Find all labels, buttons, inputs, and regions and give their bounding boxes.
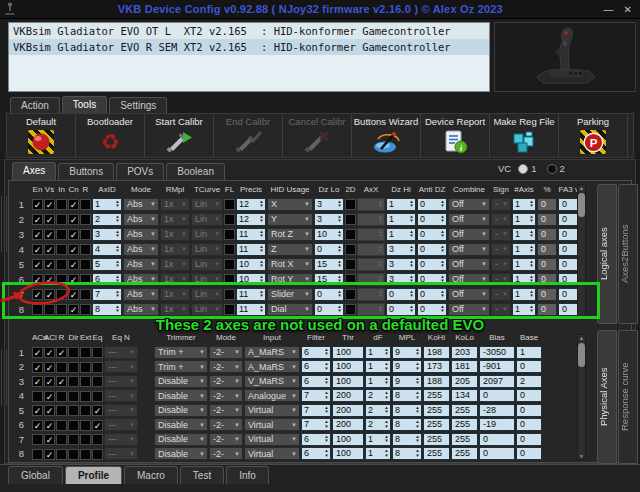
dz-lo-spinner[interactable]: 0▲▼ (314, 288, 344, 301)
bias-field[interactable]: 2097 (479, 375, 515, 388)
dz-hi-spinner[interactable]: 0▲▼ (386, 288, 416, 301)
input-dropdown[interactable]: Virtual▼ (244, 433, 300, 446)
dir-checkbox[interactable] (68, 449, 79, 460)
anti-dz-spinner[interactable]: 0▲▼ (417, 273, 447, 286)
num-axis-spinner[interactable]: 1▲▼ (512, 258, 536, 271)
dz-lo-spinner[interactable]: 3▲▼ (314, 213, 344, 226)
cn-checkbox[interactable]: ✓ (68, 304, 79, 315)
percent-field[interactable]: 0 (537, 243, 557, 256)
dz-hi-spinner[interactable]: 3▲▼ (386, 273, 416, 286)
acl-checkbox[interactable]: ✓ (44, 405, 55, 416)
ext-checkbox[interactable] (80, 347, 91, 358)
base-field[interactable]: 2 (516, 375, 542, 388)
fl-checkbox[interactable] (224, 289, 235, 300)
tab-tools[interactable]: Tools (62, 96, 107, 114)
num-axis-spinner[interactable]: 1▲▼ (512, 243, 536, 256)
vc-radio-2[interactable] (547, 164, 557, 174)
vs-checkbox[interactable]: ✓ (44, 214, 55, 225)
acn-checkbox[interactable]: ✓ (32, 405, 43, 416)
precis-spinner[interactable]: 11▲▼ (236, 288, 266, 301)
input-dropdown[interactable]: Virtual▼ (244, 447, 300, 460)
axid-spinner[interactable]: 2▲▼ (92, 213, 122, 226)
thr-field[interactable]: 100 (332, 447, 364, 460)
input-dropdown[interactable]: A_MaRS▼ (244, 346, 300, 359)
mode-dropdown[interactable]: Abs▼ (123, 213, 159, 226)
bootloader-button[interactable]: Bootloader♻ (76, 114, 145, 157)
fl-checkbox[interactable] (224, 214, 235, 225)
anti-dz-spinner[interactable]: 0▲▼ (417, 258, 447, 271)
mode-dropdown[interactable]: -2-▼ (209, 389, 243, 402)
mode-dropdown[interactable]: Abs▼ (123, 228, 159, 241)
en-checkbox[interactable]: ✓ (32, 259, 43, 270)
side-tab-logical-axes[interactable]: Logical axes (597, 184, 617, 324)
mpl-spinner[interactable]: 9▲▼ (392, 375, 422, 388)
mode-dropdown[interactable]: Abs▼ (123, 243, 159, 256)
cn-checkbox[interactable]: ✓ (68, 244, 79, 255)
ext-checkbox[interactable] (80, 405, 91, 416)
mode-dropdown[interactable]: -2-▼ (209, 404, 243, 417)
dz-lo-spinner[interactable]: 15▲▼ (314, 258, 344, 271)
base-field[interactable]: 0 (516, 433, 542, 446)
kolo-field[interactable]: 255 (451, 404, 478, 417)
in-checkbox[interactable] (56, 304, 67, 315)
in-checkbox[interactable] (56, 199, 67, 210)
bias-field[interactable]: 0 (479, 447, 515, 460)
filter-spinner[interactable]: 7▲▼ (301, 389, 331, 402)
ext-checkbox[interactable] (80, 391, 91, 402)
cn-checkbox[interactable]: ✓ (68, 259, 79, 270)
kolo-field[interactable]: 255 (451, 447, 478, 460)
en-checkbox[interactable] (32, 304, 43, 315)
tab-global[interactable]: Global (8, 466, 63, 484)
num-axis-spinner[interactable]: 1▲▼ (512, 273, 536, 286)
acn-checkbox[interactable] (32, 449, 43, 460)
tab-info[interactable]: Info (226, 466, 269, 484)
vc-option-1[interactable]: 1 (518, 163, 536, 174)
tab-buttons[interactable]: Buttons (58, 163, 114, 180)
anti-dz-spinner[interactable]: 0▲▼ (417, 243, 447, 256)
trimmer-dropdown[interactable]: Disable▼ (154, 404, 208, 417)
df-spinner[interactable]: 2▲▼ (365, 404, 391, 417)
r-checkbox[interactable] (80, 199, 91, 210)
mode-dropdown[interactable]: -2-▼ (209, 346, 243, 359)
r-checkbox[interactable] (80, 244, 91, 255)
en-checkbox[interactable]: ✓ (32, 229, 43, 240)
precis-spinner[interactable]: 12▲▼ (236, 198, 266, 211)
mpl-spinner[interactable]: 8▲▼ (392, 389, 422, 402)
mpl-spinner[interactable]: 8▲▼ (392, 404, 422, 417)
dir-checkbox[interactable] (68, 362, 79, 373)
mode-dropdown[interactable]: -2-▼ (209, 375, 243, 388)
axid-spinner[interactable]: 6▲▼ (92, 273, 122, 286)
mode-dropdown[interactable]: Abs▼ (123, 258, 159, 271)
2d-checkbox[interactable] (345, 259, 356, 270)
dir-checkbox[interactable] (68, 434, 79, 445)
acl-checkbox[interactable]: ✓ (44, 420, 55, 431)
hid-usage-dropdown[interactable]: Z▼ (267, 243, 313, 256)
en-checkbox[interactable]: ✓ (32, 244, 43, 255)
fl-checkbox[interactable] (224, 259, 235, 270)
axid-spinner[interactable]: 7▲▼ (92, 288, 122, 301)
percent-field[interactable]: 0 (537, 273, 557, 286)
anti-dz-spinner[interactable]: 0▲▼ (417, 228, 447, 241)
kohi-field[interactable]: 198 (423, 346, 450, 359)
mpl-spinner[interactable]: 9▲▼ (392, 360, 422, 373)
in-checkbox[interactable] (56, 214, 67, 225)
mode-dropdown[interactable]: -2-▼ (209, 433, 243, 446)
2d-checkbox[interactable] (345, 304, 356, 315)
dz-hi-spinner[interactable]: 3▲▼ (386, 258, 416, 271)
dz-lo-spinner[interactable]: 0▲▼ (314, 303, 344, 316)
filter-spinner[interactable]: 6▲▼ (301, 447, 331, 460)
precis-spinner[interactable]: 10▲▼ (236, 273, 266, 286)
r-checkbox[interactable] (56, 405, 67, 416)
vc-option-2[interactable]: 2 (547, 163, 565, 174)
dz-hi-spinner[interactable]: 3▲▼ (386, 243, 416, 256)
tab-test[interactable]: Test (180, 466, 224, 484)
in-checkbox[interactable] (56, 289, 67, 300)
input-dropdown[interactable]: A_MaRS▼ (244, 360, 300, 373)
mode-dropdown[interactable]: Abs▼ (123, 273, 159, 286)
eq-checkbox[interactable] (92, 434, 103, 445)
precis-spinner[interactable]: 11▲▼ (236, 303, 266, 316)
ext-checkbox[interactable] (80, 376, 91, 387)
base-field[interactable]: 1 (516, 346, 542, 359)
dz-hi-spinner[interactable]: 1▲▼ (386, 228, 416, 241)
df-spinner[interactable]: 1▲▼ (365, 360, 391, 373)
